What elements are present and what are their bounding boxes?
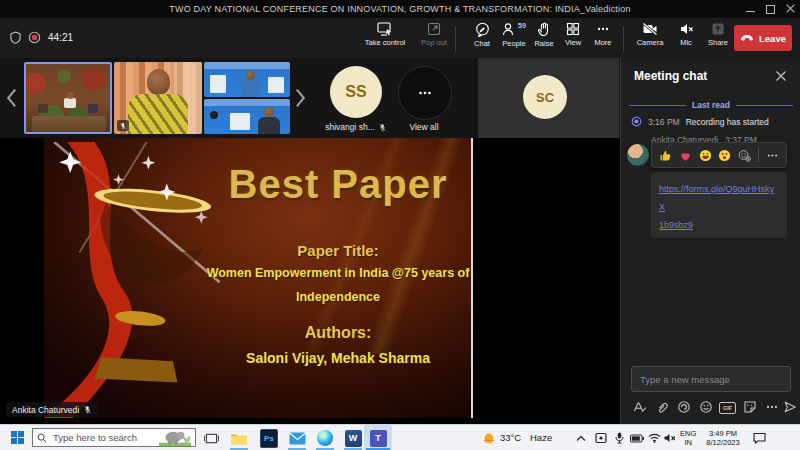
folder-icon: [230, 431, 248, 446]
presenter-name-tag: Ankita Chaturvedi: [6, 402, 98, 417]
video-tile-room[interactable]: [24, 62, 112, 134]
participant-avatar-sc: SC: [523, 75, 567, 119]
meeting-chat-panel: Meeting chat Last read 3:16 PM Recording…: [620, 58, 800, 424]
taskbar-search[interactable]: [32, 428, 196, 447]
teams-button[interactable]: T: [369, 429, 387, 447]
tray-expand-chevron-icon[interactable]: [574, 431, 588, 445]
message-composer: [631, 366, 791, 392]
share-button[interactable]: Share: [698, 22, 738, 56]
recording-started-notice: 3:16 PM Recording has started: [631, 116, 769, 127]
chat-panel-title: Meeting chat: [634, 69, 707, 83]
weather-widget[interactable]: [480, 429, 498, 447]
participant-avatar-ss[interactable]: SS: [330, 66, 382, 118]
start-button[interactable]: [4, 425, 30, 450]
window-title: TWO DAY NATIONAL CONFERENCE ON INNOVATIO…: [0, 0, 800, 18]
take-control-button[interactable]: Take control: [358, 22, 412, 56]
recording-timestamp: 3:16 PM: [648, 117, 680, 127]
minimize-button[interactable]: [744, 4, 758, 14]
tray-wifi-icon[interactable]: [647, 431, 661, 445]
more-button[interactable]: More: [583, 22, 623, 56]
paper-title-label: Paper Title:: [212, 242, 464, 259]
send-icon[interactable]: [783, 400, 797, 414]
authors-label: Authors:: [212, 324, 464, 342]
leave-button[interactable]: Leave: [734, 25, 792, 51]
meeting-timer: 44:21: [48, 32, 73, 43]
video-tile-group-top[interactable]: [204, 62, 290, 97]
paper-title-line2: Independence: [212, 290, 464, 304]
composer-more-icon[interactable]: [765, 400, 779, 414]
view-grid-icon: [566, 22, 580, 36]
add-reaction-icon[interactable]: [738, 149, 751, 162]
stage-tile-sc[interactable]: SC: [478, 58, 619, 138]
emoji-icon[interactable]: [699, 400, 713, 414]
window-titlebar: TWO DAY NATIONAL CONFERENCE ON INNOVATIO…: [0, 0, 800, 18]
video-tile-group-bottom[interactable]: [204, 99, 290, 134]
recording-indicator-icon: [28, 31, 41, 44]
language-indicator[interactable]: ENG IN: [680, 429, 696, 447]
view-all-button[interactable]: [398, 66, 452, 120]
search-input[interactable]: [51, 431, 155, 444]
reaction-hover-bar: [651, 142, 787, 168]
edge-button[interactable]: [316, 429, 334, 447]
paper-title-line1: Women Empowerment in India @75 years of: [198, 266, 473, 280]
people-icon: [502, 22, 516, 37]
heart-reaction-icon[interactable]: [679, 149, 692, 162]
chat-icon: [475, 22, 490, 37]
search-icon: [37, 433, 47, 443]
recording-message: Recording has started: [686, 117, 769, 127]
attach-icon[interactable]: [655, 400, 669, 414]
close-button[interactable]: [784, 4, 798, 14]
tray-app-window-icon[interactable]: [594, 431, 608, 445]
tray-battery-icon[interactable]: [630, 431, 644, 445]
windows-taskbar: Ps W T 33°C Haze: [0, 424, 800, 450]
last-read-divider: Last read: [629, 100, 793, 110]
gif-icon[interactable]: GIF: [719, 400, 733, 414]
camera-button[interactable]: Camera: [630, 22, 670, 56]
shared-form-link[interactable]: https://forms.gle/Q9guHHskyX 1b9sbz9: [659, 184, 774, 230]
toolbar-divider: [455, 26, 456, 52]
message-input[interactable]: [631, 366, 791, 392]
chevron-right-icon[interactable]: [294, 86, 308, 110]
pop-out-button[interactable]: Pop out: [414, 22, 454, 56]
video-tile-speaker[interactable]: [114, 62, 202, 134]
windows-logo-icon: [11, 431, 24, 444]
loop-component-icon[interactable]: [677, 400, 691, 414]
maximize-button[interactable]: [764, 4, 778, 14]
chat-close-icon[interactable]: [775, 70, 787, 82]
laugh-reaction-icon[interactable]: [699, 149, 712, 162]
chevron-left-icon[interactable]: [4, 86, 18, 110]
notification-center-icon[interactable]: [752, 431, 766, 445]
avatar-initials: SS: [345, 83, 366, 101]
toolbar-divider: [623, 26, 624, 52]
participant-label-shivangi: shivangi sh...: [318, 122, 394, 132]
mail-icon: [289, 432, 306, 445]
overflow-dots-icon: [417, 85, 433, 101]
more-dots-icon: [596, 22, 610, 36]
shared-slide: Best Paper Paper Title: Women Empowermen…: [44, 138, 473, 418]
tray-volume-muted-icon[interactable]: [663, 431, 677, 445]
camera-off-icon: [642, 22, 658, 36]
tray-mic-icon[interactable]: [612, 431, 626, 445]
mail-button[interactable]: [288, 429, 306, 447]
message-author-avatar[interactable]: [627, 144, 649, 166]
video-strip: SS shivangi sh... View all SC: [0, 58, 620, 138]
message-more-options-icon[interactable]: [766, 149, 779, 162]
chat-message-bubble: https://forms.gle/Q9guHHskyX 1b9sbz9: [651, 172, 787, 238]
mic-muted-icon: [378, 123, 387, 132]
photoshop-button[interactable]: Ps: [260, 429, 278, 447]
pop-out-icon: [427, 22, 441, 36]
shield-icon: [10, 31, 21, 44]
weather-temperature[interactable]: 33°C: [500, 432, 521, 443]
mic-off-icon: [679, 22, 694, 36]
recording-dot-icon: [631, 116, 642, 127]
surprised-reaction-icon[interactable]: [718, 149, 731, 162]
presentation-stage: Best Paper Paper Title: Women Empowermen…: [0, 138, 620, 424]
file-explorer-button[interactable]: [230, 429, 248, 447]
word-button[interactable]: W: [344, 429, 362, 447]
taskbar-clock[interactable]: 3:49 PM 8/12/2023: [700, 429, 746, 447]
format-icon[interactable]: [633, 400, 647, 414]
task-view-button[interactable]: [202, 429, 220, 447]
sticker-icon[interactable]: [743, 400, 757, 414]
thumbs-up-reaction-icon[interactable]: [659, 149, 672, 162]
weather-condition[interactable]: Haze: [530, 432, 552, 443]
